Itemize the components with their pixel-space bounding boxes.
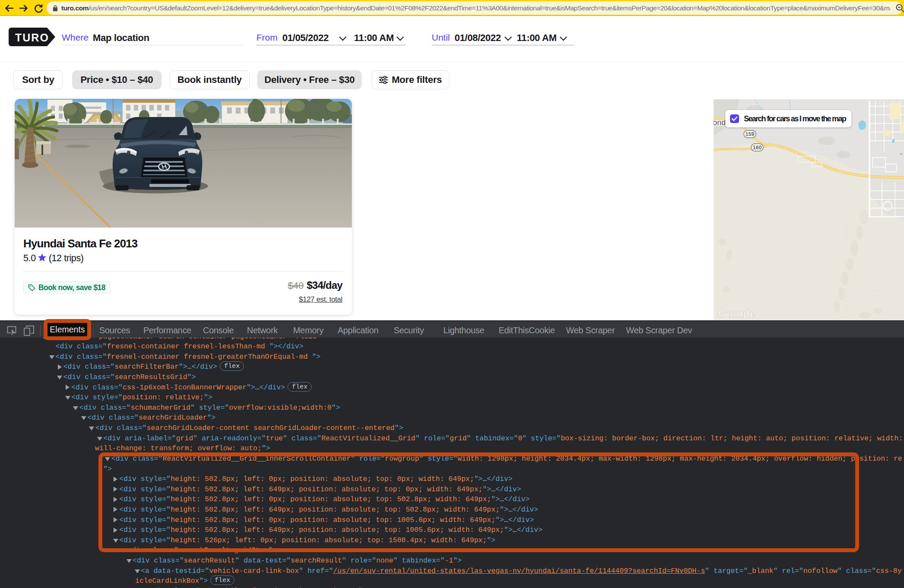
svg-text:159: 159 [746, 131, 755, 137]
svg-text:160: 160 [753, 145, 762, 151]
svg-text:Google: Google [718, 308, 756, 319]
svg-text:ond: ond [714, 118, 726, 127]
svg-text:TURO: TURO [15, 32, 49, 44]
